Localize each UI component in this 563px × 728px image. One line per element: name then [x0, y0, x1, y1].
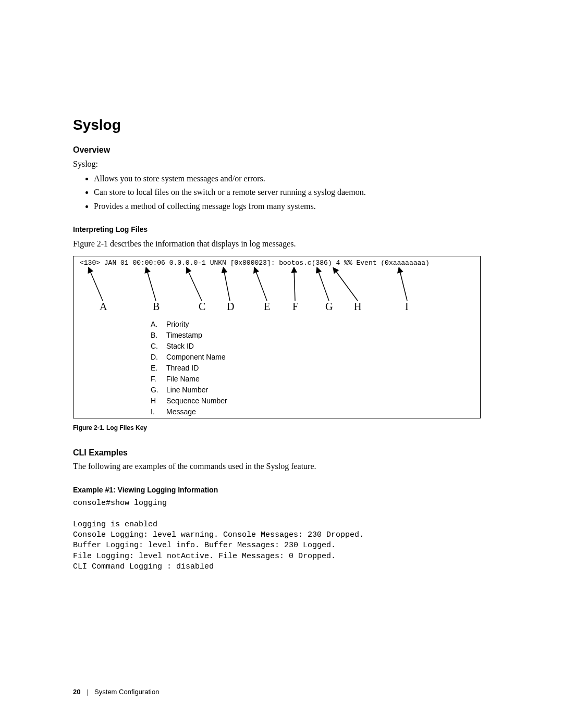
section-title: Syslog	[73, 115, 490, 135]
arrow-label-H: H	[354, 301, 361, 312]
legend-letter: C.	[151, 342, 158, 350]
log-figure: <130> JAN 01 00:00:06 0.0.0.0-1 UNKN [0x…	[73, 256, 481, 418]
arrow-label-G: G	[325, 301, 333, 312]
code-line: Buffer Logging: level info. Buffer Messa…	[73, 541, 336, 550]
code-line: File Logging: level notActive. File Mess…	[73, 552, 336, 561]
legend-text: Line Number	[166, 386, 208, 394]
svg-line-1	[89, 269, 103, 301]
section-name: System Configuration	[94, 688, 159, 696]
example1-heading: Example #1: Viewing Logging Information	[73, 485, 490, 496]
figure-caption: Figure 2-1. Log Files Key	[73, 424, 490, 433]
code-line: CLI Command Logging : disabled	[73, 562, 214, 571]
legend-text: File Name	[166, 375, 200, 383]
arrow-label-B: B	[153, 301, 160, 312]
overview-bullet: Can store to local files on the switch o…	[94, 187, 490, 198]
overview-bullets: Allows you to store system messages and/…	[73, 173, 490, 212]
code-line: Logging is enabled	[73, 520, 157, 529]
svg-line-5	[255, 269, 267, 301]
cli-intro: The following are examples of the comman…	[73, 461, 490, 472]
cli-output: console#show logging Logging is enabled …	[73, 498, 490, 572]
code-line: console#show logging	[73, 499, 167, 508]
figure-intro: Figure 2-1 describes the information tha…	[73, 238, 490, 250]
syslog-lead: Syslog:	[73, 158, 490, 170]
page-footer: 20 | System Configuration	[73, 687, 159, 697]
interpreting-heading: Interpreting Log Files	[73, 225, 490, 235]
arrow-label-D: D	[227, 301, 234, 312]
overview-bullet: Allows you to store system messages and/…	[94, 173, 490, 184]
arrow-label-C: C	[199, 301, 205, 312]
legend-letter: A.	[151, 320, 157, 328]
legend-letter: H	[151, 397, 156, 405]
svg-line-3	[187, 269, 202, 301]
legend-letter: G.	[151, 386, 158, 394]
svg-line-7	[317, 269, 329, 301]
svg-line-9	[399, 269, 407, 301]
legend-text: Sequence Number	[166, 397, 227, 405]
legend-letter: B.	[151, 331, 157, 339]
legend-letter: E.	[151, 364, 157, 372]
legend: A. Priority B. Timestamp C. Stack ID D. …	[151, 320, 227, 416]
page-number: 20	[73, 688, 80, 696]
footer-separator: |	[82, 688, 92, 696]
overview-bullet: Provides a method of collecting message …	[94, 201, 490, 212]
legend-text: Priority	[166, 320, 189, 328]
log-line-text: <130> JAN 01 00:00:06 0.0.0.0-1 UNKN [0x…	[80, 259, 430, 267]
svg-line-2	[146, 269, 156, 301]
svg-line-4	[224, 269, 230, 301]
legend-text: Stack ID	[166, 342, 194, 350]
svg-line-8	[334, 269, 358, 301]
legend-letter: I.	[151, 408, 155, 416]
legend-text: Thread ID	[166, 364, 199, 372]
arrow-label-A: A	[100, 301, 107, 312]
arrow-label-F: F	[292, 301, 298, 312]
legend-text: Timestamp	[166, 331, 202, 339]
log-figure-svg: <130> JAN 01 00:00:06 0.0.0.0-1 UNKN [0x…	[74, 256, 480, 418]
legend-text: Message	[166, 408, 196, 416]
cli-examples-heading: CLI Examples	[73, 447, 490, 459]
legend-letter: D.	[151, 353, 158, 361]
arrow-label-E: E	[264, 301, 270, 312]
svg-line-6	[294, 269, 295, 301]
legend-letter: F.	[151, 375, 156, 383]
legend-text: Component Name	[166, 353, 226, 361]
code-line: Console Logging: level warning. Console …	[73, 530, 364, 539]
arrow-label-I: I	[405, 301, 409, 312]
page: Syslog Overview Syslog: Allows you to st…	[0, 0, 563, 728]
overview-heading: Overview	[73, 144, 490, 156]
